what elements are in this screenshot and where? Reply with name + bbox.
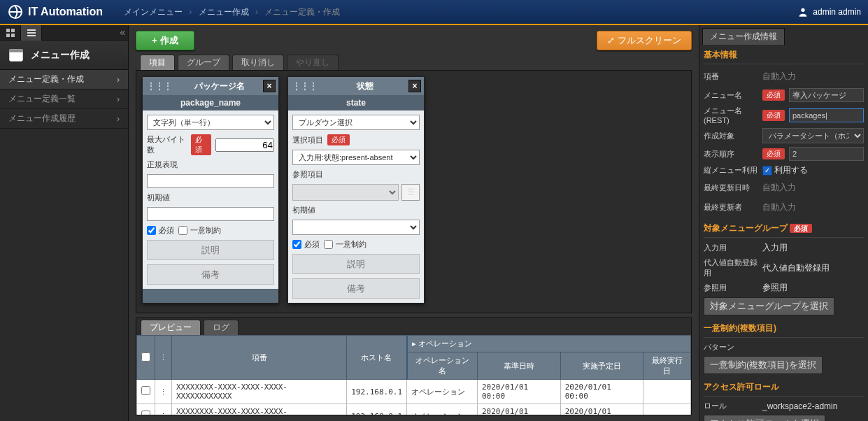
select-menugroup-button[interactable]: 対象メニューグループを選択 [704, 297, 834, 315]
select-all-checkbox[interactable] [141, 352, 150, 362]
order-input[interactable] [789, 147, 864, 161]
fullscreen-button[interactable]: ⤢ フルスクリーン [597, 31, 692, 50]
svg-rect-5 [11, 34, 15, 37]
nav-item-history[interactable]: メニュー作成履歴› [0, 109, 128, 129]
card-title: 状態 [322, 80, 408, 92]
col-op-name: オペレーション名 [407, 352, 478, 380]
ref-label: 参照項目 [292, 169, 420, 180]
grid-icon [6, 29, 15, 37]
left-nav-header: メニュー作成 [0, 41, 128, 70]
left-rail: « メニュー作成 メニュー定義・作成› メニュー定義一覧› メニュー作成履歴› [0, 25, 129, 421]
create-button[interactable]: 作成 [136, 31, 194, 50]
col-no: 項番 [172, 336, 347, 380]
right-panel: メニュー作成情報 基本情報 項番自動入力 メニュー名必須 メニュー名(REST)… [699, 25, 868, 421]
tab-redo[interactable]: やり直し [287, 55, 339, 70]
card-subtitle: state [288, 95, 424, 110]
card-title: パッケージ名 [176, 80, 263, 92]
row-menu-header[interactable]: ⋮ [155, 336, 172, 380]
log-tab[interactable]: ログ [204, 320, 239, 335]
unique-checkbox[interactable] [324, 240, 333, 249]
ref-pick-button[interactable]: ☰ [401, 184, 420, 201]
required-badge: 必須 [327, 134, 350, 145]
table-row: ⋮ XXXXXXXX-XXXX-XXXX-XXXX-XXXXXXXXXXXX 1… [137, 404, 691, 415]
unique-checkbox[interactable] [178, 226, 187, 235]
field-type-select[interactable]: プルダウン選択 [292, 115, 420, 130]
desc-input[interactable] [147, 240, 274, 260]
user-name: admin admin [813, 7, 861, 17]
svg-rect-3 [11, 29, 15, 32]
max-bytes-label: 最大バイト数 [147, 134, 187, 155]
regex-label: 正規表現 [147, 159, 274, 170]
row-menu[interactable]: ⋮ [155, 380, 172, 404]
breadcrumb-0[interactable]: メインメニュー [124, 7, 183, 17]
required-badge: 必須 [191, 134, 211, 155]
tab-undo[interactable]: 取り消し [232, 55, 284, 70]
card-close[interactable]: × [263, 80, 276, 92]
logo-icon [7, 3, 24, 20]
main-area: 作成 ⤢ フルスクリーン 項目 グループ 取り消し やり直し ⋮⋮⋮ パッケージ… [129, 25, 699, 421]
breadcrumb: メインメニュー › メニュー作成 › メニュー定義・作成 [124, 6, 797, 18]
max-bytes-input[interactable] [215, 138, 274, 152]
desc-input[interactable] [292, 254, 420, 274]
drag-handle-icon[interactable]: ⋮⋮⋮ [143, 81, 176, 91]
row-checkbox[interactable] [141, 411, 150, 415]
row-checkbox[interactable] [141, 386, 150, 395]
svg-rect-4 [6, 34, 10, 37]
list-icon: ☰ [407, 187, 415, 197]
section-basic: 基本情報 項番自動入力 メニュー名必須 メニュー名(REST)必須 作成対象パラ… [704, 49, 864, 215]
svg-rect-2 [6, 29, 10, 32]
tab-group[interactable]: グループ [178, 55, 229, 70]
target-select[interactable]: パラメータシート（ホスト/オペレーションあり） [762, 128, 864, 143]
note-input[interactable] [292, 278, 420, 299]
user-menu[interactable]: admin admin [797, 6, 861, 17]
table-row: ⋮ XXXXXXXX-XXXX-XXXX-XXXX-XXXXXXXXXXXX 1… [137, 380, 691, 404]
select-unique-button[interactable]: 一意制約(複数項目)を選択 [704, 356, 823, 374]
col-host: ホスト名 [347, 336, 407, 380]
close-icon: × [412, 81, 417, 91]
field-type-select[interactable]: 文字列（単一行） [147, 115, 274, 130]
nav-item-list[interactable]: メニュー定義一覧› [0, 90, 128, 109]
col-sched-date: 実施予定日 [560, 352, 643, 380]
menu-name-input[interactable] [789, 88, 864, 102]
section-basic-title: 基本情報 [704, 49, 864, 64]
preview-table: ⋮ 項番 ホスト名 ▸ オペレーション オペレーション名 基準日時 実施予定日 … [136, 335, 691, 415]
init-select[interactable] [292, 220, 420, 235]
menu-create-icon [7, 46, 25, 64]
required-checkbox[interactable] [147, 226, 156, 235]
rail-collapse[interactable]: « [120, 27, 125, 38]
tab-item[interactable]: 項目 [140, 55, 175, 70]
regex-input[interactable] [147, 174, 274, 188]
section-unique-title: 一意制約(複数項目) [704, 322, 864, 338]
rail-view-list[interactable] [21, 25, 42, 41]
card-close[interactable]: × [408, 80, 421, 92]
edit-tabs: 項目 グループ 取り消し やり直し [136, 55, 692, 70]
nav-item-define[interactable]: メニュー定義・作成› [0, 70, 128, 90]
section-menugroup: 対象メニューグループ 必須 入力用入力用 代入値自動登録用代入値自動登録用 参照… [704, 222, 864, 315]
init-label: 初期値 [292, 205, 420, 215]
drag-handle-icon[interactable]: ⋮⋮⋮ [288, 81, 322, 91]
rpanel-tab[interactable]: メニュー作成情報 [702, 28, 785, 45]
required-checkbox[interactable] [292, 240, 301, 249]
card-subtitle: package_name [143, 95, 278, 110]
svg-point-1 [802, 8, 805, 12]
field-card-state: ⋮⋮⋮ 状態 × state プルダウン選択 選択項目 必須 入力用:状態:pr… [287, 76, 425, 304]
ref-select[interactable] [292, 184, 399, 201]
preview-pane: プレビュー ログ ⋮ 項番 ホスト名 ▸ オペレーション オペレーション名 基準… [136, 317, 692, 415]
note-input[interactable] [147, 264, 274, 285]
rail-view-grid[interactable] [0, 25, 21, 41]
section-roles-title: アクセス許可ロール [704, 381, 864, 397]
select-roles-button[interactable]: アクセス許可ロールを選択 [704, 415, 825, 421]
select-item-label: 選択項目 [292, 135, 323, 145]
menu-rest-input[interactable] [789, 108, 864, 122]
breadcrumb-1[interactable]: メニュー作成 [199, 7, 249, 17]
design-canvas[interactable]: ⋮⋮⋮ パッケージ名 × package_name 文字列（単一行） 最大バイト… [136, 70, 692, 313]
expand-icon: ⤢ [607, 35, 618, 45]
preview-tab[interactable]: プレビュー [141, 320, 201, 335]
list-icon [27, 29, 36, 37]
logo: IT Automation [7, 3, 103, 20]
select-item-value[interactable]: 入力用:状態:present-absent [292, 150, 420, 165]
row-menu[interactable]: ⋮ [155, 404, 172, 415]
init-label: 初期値 [147, 192, 274, 203]
vertical-checkbox[interactable]: ✓ [762, 166, 772, 176]
init-input[interactable] [147, 207, 274, 221]
